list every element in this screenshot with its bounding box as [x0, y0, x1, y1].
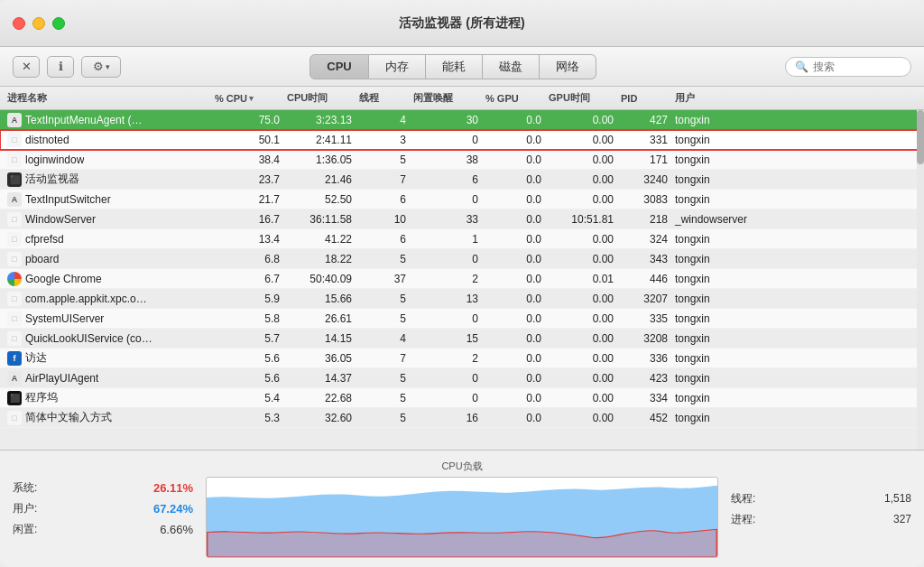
col-header-pid[interactable]: PID	[617, 93, 671, 104]
cell-cpu: 6.8	[211, 253, 283, 265]
table-row[interactable]: □ com.apple.appkit.xpc.o… 5.9 15.66 5 13…	[0, 289, 924, 309]
table-row[interactable]: A TextInputMenuAgent (… 75.0 3:23.13 4 3…	[0, 110, 924, 130]
bottom-panel: 系统: 26.11%用户: 67.24%闲置: 6.66% CPU负载 线程: …	[0, 450, 924, 567]
cell-user: tongxin	[671, 352, 762, 365]
col-header-thread[interactable]: 线程	[356, 91, 410, 105]
cell-gpu: 0.0	[482, 213, 545, 226]
cell-pid: 218	[617, 213, 671, 226]
search-box[interactable]: 🔍	[785, 57, 911, 77]
stat-label: 闲置:	[13, 522, 58, 537]
cell-gtime: 0.00	[545, 412, 617, 424]
cell-user: tongxin	[671, 233, 762, 246]
cell-gpu: 0.0	[482, 352, 545, 365]
cell-pid: 336	[617, 352, 671, 365]
table-row[interactable]: □ loginwindow 38.4 1:36.05 5 38 0.0 0.00…	[0, 150, 924, 170]
cell-gtime: 10:51.81	[545, 213, 617, 226]
stat-value: 67.24%	[153, 502, 193, 516]
cell-thread: 10	[356, 213, 410, 226]
table-row[interactable]: A AirPlayUIAgent 5.6 14.37 5 0 0.0 0.00 …	[0, 368, 924, 388]
cell-cpu: 5.9	[211, 293, 283, 305]
col-header-ctime[interactable]: CPU时间	[283, 91, 356, 105]
cell-pid: 423	[617, 372, 671, 385]
col-header-cpu[interactable]: % CPU ▾	[211, 93, 283, 104]
cell-gtime: 0.00	[545, 293, 617, 305]
cell-name: □ cfprefsd	[4, 232, 211, 246]
stat-value: 6.66%	[160, 523, 193, 536]
info-button[interactable]: ℹ	[47, 56, 74, 78]
table-row[interactable]: □ pboard 6.8 18.22 5 0 0.0 0.00 343 tong…	[0, 249, 924, 269]
cell-pid: 452	[617, 412, 671, 424]
col-header-name[interactable]: 进程名称	[4, 91, 211, 105]
cell-user: tongxin	[671, 372, 762, 385]
table-row[interactable]: f 访达 5.6 36.05 7 2 0.0 0.00 336 tongxin	[0, 349, 924, 368]
cell-thread: 5	[356, 293, 410, 305]
col-header-gtime[interactable]: GPU时间	[545, 91, 617, 105]
table-row[interactable]: □ 简体中文输入方式 5.3 32.60 5 16 0.0 0.00 452 t…	[0, 408, 924, 428]
cell-gtime: 0.00	[545, 134, 617, 146]
stat-value: 26.11%	[153, 481, 193, 495]
cell-name: □ distnoted	[4, 133, 211, 147]
minimize-button[interactable]	[32, 17, 45, 30]
stat-row: 系统: 26.11%	[13, 480, 193, 496]
table-row[interactable]: A TextInputSwitcher 21.7 52.50 6 0 0.0 0…	[0, 190, 924, 209]
table-row[interactable]: □ SystemUIServer 5.8 26.61 5 0 0.0 0.00 …	[0, 309, 924, 329]
tab-cpu[interactable]: CPU	[310, 54, 368, 79]
table-row[interactable]: □ distnoted 50.1 2:41.11 3 0 0.0 0.00 33…	[0, 130, 924, 150]
tab-energy[interactable]: 能耗	[426, 54, 483, 79]
cell-gpu: 0.0	[482, 392, 545, 404]
col-header-user[interactable]: 用户	[671, 91, 762, 105]
close-action-button[interactable]: ✕	[13, 56, 40, 78]
cell-idle: 30	[410, 114, 482, 126]
cell-thread: 6	[356, 193, 410, 206]
cell-pid: 3083	[617, 193, 671, 206]
stat-label: 用户:	[13, 501, 58, 516]
cell-name: A AirPlayUIAgent	[4, 371, 211, 386]
close-button[interactable]	[13, 17, 25, 30]
table-row[interactable]: □ cfprefsd 13.4 41.22 6 1 0.0 0.00 324 t…	[0, 229, 924, 249]
cell-user: tongxin	[671, 114, 762, 126]
cell-cpu: 38.4	[211, 153, 283, 166]
col-header-gpu[interactable]: % GPU	[482, 93, 545, 104]
cpu-stats-right: 线程: 1,518进程: 327	[731, 460, 911, 558]
table-row[interactable]: □ QuickLookUIService (co… 5.7 14.15 4 15…	[0, 329, 924, 349]
stat-row: 用户: 67.24%	[13, 501, 193, 516]
tab-network[interactable]: 网络	[540, 54, 596, 79]
cell-user: tongxin	[671, 293, 762, 305]
cell-pid: 331	[617, 134, 671, 146]
cell-gpu: 0.0	[482, 233, 545, 246]
maximize-button[interactable]	[52, 17, 65, 30]
cell-idle: 33	[410, 213, 482, 226]
cell-ctime: 3:23.13	[283, 114, 356, 126]
cell-cpu: 5.7	[211, 332, 283, 345]
cell-gpu: 0.0	[482, 332, 545, 345]
cell-cpu: 5.8	[211, 312, 283, 325]
cell-gtime: 0.00	[545, 372, 617, 385]
table-row[interactable]: □ WindowServer 16.7 36:11.58 10 33 0.0 1…	[0, 209, 924, 229]
gear-button[interactable]: ⚙▾	[81, 56, 121, 78]
col-header-idle[interactable]: 闲置唤醒	[410, 91, 482, 105]
cpu-chart	[206, 477, 718, 558]
cell-ctime: 1:36.05	[283, 153, 356, 166]
cell-gpu: 0.0	[482, 273, 545, 285]
tab-disk[interactable]: 磁盘	[483, 54, 540, 79]
cell-ctime: 50:40.09	[283, 273, 356, 285]
table-row[interactable]: Google Chrome 6.7 50:40.09 37 2 0.0 0.01…	[0, 269, 924, 289]
stat-label: 系统:	[13, 480, 58, 496]
cell-thread: 5	[356, 153, 410, 166]
cell-pid: 446	[617, 273, 671, 285]
titlebar: 活动监视器 (所有进程)	[0, 0, 924, 47]
cell-user: tongxin	[671, 193, 762, 206]
cell-name: ⬛ 活动监视器	[4, 172, 211, 187]
cell-cpu: 16.7	[211, 213, 283, 226]
table-row[interactable]: ⬛ 活动监视器 23.7 21.46 7 6 0.0 0.00 3240 ton…	[0, 170, 924, 190]
stat-row: 闲置: 6.66%	[13, 522, 193, 537]
cell-gtime: 0.00	[545, 352, 617, 365]
stat-row-right: 线程: 1,518	[731, 491, 911, 507]
cell-user: tongxin	[671, 253, 762, 265]
tab-memory[interactable]: 内存	[369, 54, 426, 79]
search-input[interactable]	[813, 60, 903, 73]
cell-gtime: 0.00	[545, 392, 617, 404]
table-row[interactable]: ⬛ 程序坞 5.4 22.68 5 0 0.0 0.00 334 tongxin	[0, 388, 924, 408]
cell-idle: 15	[410, 332, 482, 345]
cell-thread: 37	[356, 273, 410, 285]
